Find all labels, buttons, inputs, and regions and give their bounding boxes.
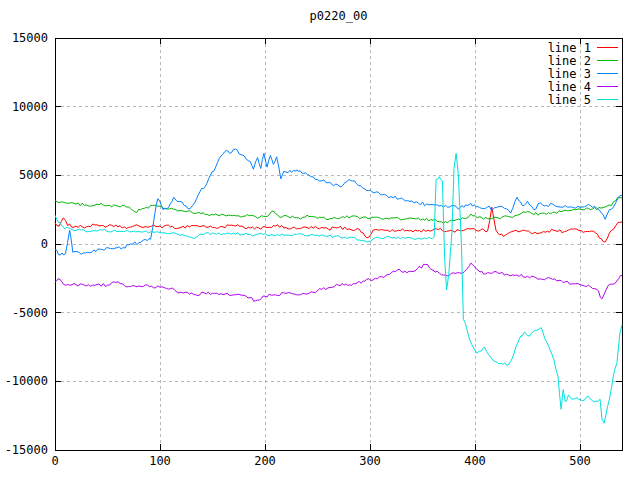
y-tick-label: 5000 (19, 168, 48, 182)
legend-label: line 1 (548, 41, 591, 55)
legend-line-sample (597, 99, 618, 100)
y-tick-label: -5000 (12, 306, 48, 320)
legend: line 1 line 2 line 3 line 4 line 5 (548, 41, 618, 106)
legend-entry: line 3 (548, 67, 618, 80)
series-line-4 (55, 263, 622, 301)
series-line-2 (55, 197, 622, 223)
legend-label: line 5 (548, 93, 591, 107)
legend-label: line 3 (548, 67, 591, 81)
x-tick-label: 0 (51, 454, 58, 468)
series-line-3 (55, 149, 622, 255)
plot-area: 0100200300400500-15000-10000-50000500010… (0, 0, 640, 480)
y-tick-label: -10000 (5, 374, 48, 388)
y-tick-label: -15000 (5, 443, 48, 457)
legend-line-sample (597, 73, 618, 74)
legend-entry: line 1 (548, 41, 618, 54)
x-tick-label: 300 (359, 454, 381, 468)
legend-line-sample (597, 47, 618, 48)
legend-entry: line 2 (548, 54, 618, 67)
y-tick-label: 10000 (12, 100, 48, 114)
y-tick-label: 0 (41, 237, 48, 251)
chart-window: p0220_00 0100200300400500-15000-10000-50… (0, 0, 640, 480)
x-tick-label: 200 (254, 454, 276, 468)
legend-entry: line 5 (548, 93, 618, 106)
legend-label: line 2 (548, 54, 591, 68)
y-tick-label: 15000 (12, 31, 48, 45)
legend-line-sample (597, 60, 618, 61)
x-tick-label: 100 (149, 454, 171, 468)
x-tick-label: 500 (569, 454, 591, 468)
legend-line-sample (597, 86, 618, 87)
series-line-1 (55, 207, 622, 242)
legend-label: line 4 (548, 80, 591, 94)
legend-entry: line 4 (548, 80, 618, 93)
x-tick-label: 400 (464, 454, 486, 468)
series-line-5 (55, 153, 622, 423)
